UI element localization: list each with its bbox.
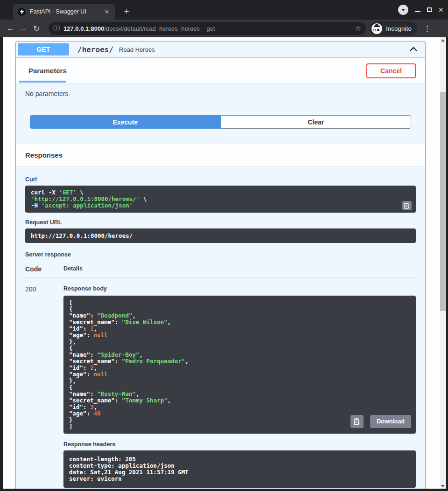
details-column-header: Details bbox=[63, 265, 83, 273]
no-parameters-text: No parameters bbox=[25, 90, 416, 97]
collapse-chevron-icon[interactable] bbox=[409, 45, 418, 54]
status-code: 200 bbox=[25, 285, 63, 488]
response-row-200: 200 Response body [ { "name": "Deadpond"… bbox=[25, 278, 416, 488]
copy-curl-icon[interactable] bbox=[402, 201, 412, 210]
parameters-body: No parameters Execute Clear bbox=[16, 83, 425, 144]
new-tab-icon[interactable]: + bbox=[120, 6, 133, 18]
site-info-icon[interactable]: ⓘ bbox=[53, 24, 60, 33]
browser-titlebar: FastAPI - Swagger UI × + × bbox=[0, 0, 448, 20]
page-viewport: GET /heroes/ Read Heroes Parameters Canc… bbox=[3, 37, 446, 489]
execute-button[interactable]: Execute bbox=[30, 115, 221, 129]
response-headers-block: content-length: 205content-type: applica… bbox=[63, 450, 416, 488]
endpoint-summary: Read Heroes bbox=[119, 46, 409, 53]
incognito-icon bbox=[371, 23, 382, 34]
curl-command-block: curl -X 'GET' \ 'http://127.0.0.1:8000/h… bbox=[25, 186, 416, 213]
parameters-tab-label: Parameters bbox=[25, 67, 70, 75]
window-close-icon[interactable]: × bbox=[438, 7, 443, 13]
browser-tab[interactable]: FastAPI - Swagger UI × bbox=[13, 4, 115, 20]
http-method-badge: GET bbox=[18, 43, 69, 55]
scrollbar-up-icon[interactable] bbox=[440, 37, 446, 43]
request-url-block: http://127.0.0.1:8000/heroes/ bbox=[25, 228, 416, 243]
execute-wrapper: Execute Clear bbox=[25, 97, 416, 144]
response-body-block: [ { "name": "Deadpond", "secret_name": "… bbox=[63, 296, 416, 434]
clear-button[interactable]: Clear bbox=[221, 115, 412, 129]
opblock-summary[interactable]: GET /heroes/ Read Heroes bbox=[16, 41, 425, 58]
endpoint-path: /heroes/ bbox=[77, 45, 113, 54]
back-icon[interactable]: ← bbox=[4, 24, 17, 33]
url-bar[interactable]: ⓘ 127.0.0.1:8000/docs#/default/read_hero… bbox=[49, 22, 366, 35]
browser-window: FastAPI - Swagger UI × + × ← → ↻ ⓘ 127.0… bbox=[0, 0, 448, 491]
curl-label: Curl bbox=[25, 176, 416, 183]
server-response-table: Code Details 200 Response body [ { "name… bbox=[25, 265, 416, 488]
tab-parameters[interactable]: Parameters bbox=[25, 58, 70, 83]
url-text: 127.0.0.1:8000/docs#/default/read_heroes… bbox=[63, 25, 352, 32]
url-path: /docs#/default/read_heroes_heroes__get bbox=[104, 25, 215, 32]
url-host: 127.0.0.1:8000 bbox=[63, 25, 104, 32]
page-scrollbar[interactable] bbox=[440, 37, 446, 489]
minimize-icon[interactable] bbox=[415, 11, 420, 12]
tab-close-icon[interactable]: × bbox=[103, 7, 111, 16]
responses-title: Responses bbox=[25, 151, 63, 159]
browser-toolbar: ← → ↻ ⓘ 127.0.0.1:8000/docs#/default/rea… bbox=[0, 20, 448, 37]
request-url-label: Request URL bbox=[25, 219, 416, 226]
server-response-label: Server response bbox=[25, 251, 416, 258]
incognito-badge: Incognito bbox=[370, 21, 417, 35]
code-column-header: Code bbox=[25, 265, 63, 273]
active-tab-indicator bbox=[19, 81, 66, 83]
response-table-header: Code Details bbox=[25, 265, 416, 278]
scrollbar-down-icon[interactable] bbox=[440, 483, 446, 489]
scrollbar-thumb[interactable] bbox=[440, 92, 446, 311]
reload-icon[interactable]: ↻ bbox=[30, 24, 43, 34]
tab-title: FastAPI - Swagger UI bbox=[30, 8, 103, 15]
responses-body: Curl curl -X 'GET' \ 'http://127.0.0.1:8… bbox=[16, 166, 425, 489]
cancel-button[interactable]: Cancel bbox=[366, 63, 416, 78]
incognito-label: Incognito bbox=[386, 25, 412, 32]
forward-icon[interactable]: → bbox=[17, 24, 30, 33]
opblock-get-heroes: GET /heroes/ Read Heroes Parameters Canc… bbox=[15, 41, 426, 489]
download-button[interactable]: Download bbox=[370, 415, 411, 428]
parameters-section-header: Parameters Cancel bbox=[16, 58, 425, 83]
fastapi-favicon-icon bbox=[18, 8, 26, 16]
copy-response-icon[interactable] bbox=[350, 415, 364, 428]
bookmark-star-icon[interactable]: ☆ bbox=[355, 24, 361, 33]
maximize-icon[interactable] bbox=[427, 7, 432, 12]
browser-menu-icon[interactable]: ⋮ bbox=[422, 24, 433, 33]
response-body-label: Response body bbox=[63, 285, 416, 292]
tab-search-icon[interactable] bbox=[398, 5, 408, 15]
responses-section-header: Responses bbox=[16, 144, 425, 166]
response-headers-label: Response headers bbox=[63, 441, 416, 448]
